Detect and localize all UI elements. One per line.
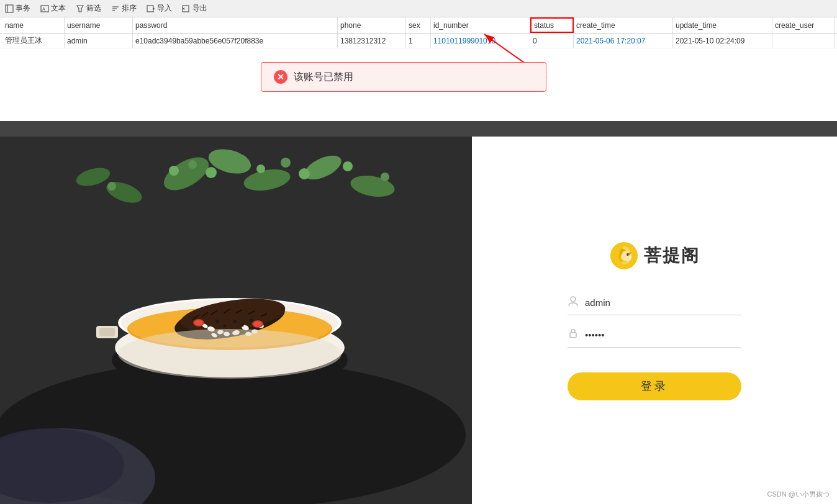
bottom-section: 菩提阁 登录 (0, 137, 837, 504)
import-icon (147, 4, 155, 13)
col-name: name (2, 17, 65, 33)
login-button[interactable]: 登录 (568, 372, 741, 400)
cell-id-number: 110101199901010 (431, 34, 530, 48)
svg-point-64 (224, 325, 227, 328)
error-message: 该账号已禁用 (294, 71, 353, 84)
lock-icon (568, 328, 579, 342)
col-status: status (530, 17, 574, 33)
toolbar-filter-label: 筛选 (86, 3, 101, 14)
svg-point-31 (107, 182, 116, 191)
col-phone: phone (338, 17, 406, 33)
sort-icon (111, 4, 120, 13)
svg-rect-0 (6, 5, 13, 12)
cell-create-user (772, 34, 835, 48)
svg-text:A: A (42, 7, 45, 11)
svg-point-28 (256, 164, 265, 173)
svg-rect-8 (147, 6, 153, 12)
cell-name: 管理员王冰 (2, 34, 65, 48)
dark-separator (0, 121, 837, 137)
table-row: 管理员王冰 admin e10adc3949ba59abbe56e057f20f… (0, 34, 837, 48)
svg-point-70 (118, 329, 342, 379)
svg-point-27 (237, 155, 247, 165)
col-create-time: create_time (574, 17, 673, 33)
username-input-group[interactable] (568, 295, 741, 315)
toolbar-text[interactable]: A 文本 (40, 3, 66, 14)
cell-status: 0 (530, 34, 574, 48)
toolbar-import-label: 导入 (157, 3, 172, 14)
toolbar-filter[interactable]: 筛选 (76, 3, 101, 14)
svg-point-33 (381, 173, 389, 181)
svg-point-26 (206, 167, 217, 178)
svg-rect-78 (570, 333, 576, 338)
filter-icon (76, 4, 84, 13)
cell-create-time: 2021-05-06 17:20:07 (574, 34, 673, 48)
error-icon: ✕ (274, 70, 287, 84)
svg-point-77 (571, 297, 576, 302)
svg-point-63 (215, 320, 219, 323)
cell-password: e10adc3949ba59abbe56e057f20f883e (133, 34, 338, 48)
svg-point-65 (233, 320, 237, 323)
col-password: password (133, 17, 338, 33)
error-alert: ✕ 该账号已禁用 (261, 62, 546, 92)
svg-point-58 (253, 322, 262, 327)
username-input[interactable] (585, 297, 741, 308)
toolbar-sort-label: 排序 (122, 3, 137, 14)
transaction-icon (5, 4, 14, 13)
food-illustration (0, 137, 472, 504)
food-image (0, 137, 472, 504)
svg-marker-4 (77, 6, 83, 12)
user-icon (568, 295, 579, 310)
col-username: username (65, 17, 133, 33)
svg-point-29 (281, 158, 291, 168)
cell-sex: 1 (406, 34, 431, 48)
watermark: CSDN @い小男孩つ (767, 490, 830, 499)
cell-phone: 13812312312 (338, 34, 406, 48)
toolbar-export-label: 导出 (192, 3, 207, 14)
svg-point-66 (241, 324, 244, 327)
toolbar-transactions[interactable]: 事务 (5, 3, 30, 14)
toolbar-transactions-label: 事务 (16, 3, 30, 14)
brand-area: 菩提阁 (609, 241, 700, 271)
svg-point-30 (299, 168, 310, 179)
login-panel: 菩提阁 登录 (472, 137, 837, 504)
svg-point-67 (250, 318, 253, 322)
export-icon (182, 4, 191, 13)
col-sex: sex (406, 17, 431, 33)
brand-logo-icon (609, 241, 639, 271)
brand-name: 菩提阁 (644, 244, 700, 268)
cell-update-time: 2021-05-10 02:24:09 (673, 34, 772, 48)
text-icon: A (40, 4, 49, 13)
col-create-user: create_user (772, 17, 835, 33)
toolbar-export[interactable]: 导出 (182, 3, 207, 14)
svg-point-32 (343, 161, 353, 171)
toolbar-text-label: 文本 (51, 3, 66, 14)
toolbar-sort[interactable]: 排序 (111, 3, 137, 14)
svg-point-25 (188, 160, 197, 169)
svg-point-76 (628, 253, 629, 254)
col-id-number: id_number (431, 17, 530, 33)
col-update-time: update_time (673, 17, 772, 33)
db-toolbar: 事务 A 文本 筛选 排序 导入 导出 (0, 0, 837, 17)
svg-point-56 (194, 320, 203, 326)
cell-username: admin (65, 34, 133, 48)
svg-rect-69 (99, 328, 115, 336)
svg-point-24 (169, 166, 179, 176)
password-input[interactable] (585, 330, 741, 340)
table-header: name username password phone sex id_numb… (0, 17, 837, 34)
toolbar-import[interactable]: 导入 (147, 3, 172, 14)
password-input-group[interactable] (568, 328, 741, 348)
